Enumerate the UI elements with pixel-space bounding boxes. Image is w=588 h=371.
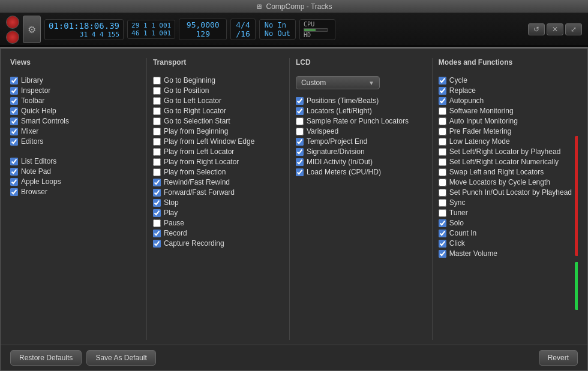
check-item[interactable]: Count In [439,229,572,237]
checkbox[interactable] [10,77,18,85]
check-item[interactable]: Locators (Left/Right) [296,107,426,115]
check-item[interactable]: MIDI Activity (In/Out) [296,158,426,166]
record-button[interactable] [6,31,19,44]
checkbox[interactable] [153,77,161,85]
expand-button[interactable]: ⤢ [565,23,582,35]
check-item[interactable]: Go to Position [153,86,283,95]
checkbox[interactable] [296,97,304,105]
checkbox[interactable] [10,158,18,165]
checkbox[interactable] [153,230,161,237]
checkbox[interactable] [10,107,18,115]
checkbox[interactable] [439,189,446,197]
check-item[interactable]: Quick Help [10,107,140,115]
checkbox[interactable] [439,97,446,105]
checkbox[interactable] [439,219,446,227]
check-item[interactable]: Smart Controls [10,117,140,125]
checkbox[interactable] [10,128,18,135]
check-item[interactable]: Sample Rate or Punch Locators [296,117,426,125]
checkbox[interactable] [296,128,304,135]
checkbox[interactable] [10,87,18,95]
check-item[interactable]: Editors [10,137,140,146]
check-item[interactable]: Move Locators by Cycle Length [439,178,572,186]
check-item[interactable]: Positions (Time/Beats) [296,96,426,105]
check-item[interactable]: Tuner [439,209,572,217]
checkbox[interactable] [439,158,446,166]
checkbox[interactable] [439,128,446,135]
checkbox[interactable] [10,188,18,196]
checkbox[interactable] [296,158,304,166]
check-item[interactable]: Stop [153,198,283,207]
check-item[interactable]: Pause [153,219,283,227]
check-item[interactable]: Go to Left Locator [153,96,283,105]
check-item[interactable]: Cycle [439,76,572,85]
cycle-button[interactable]: ↺ [528,23,545,35]
check-item[interactable]: Swap Left and Right Locators [439,168,572,176]
checkbox[interactable] [153,128,161,135]
check-item[interactable]: Low Latency Mode [439,137,572,146]
check-item[interactable]: Sync [439,198,572,207]
checkbox[interactable] [439,77,446,85]
checkbox[interactable] [153,148,161,156]
check-item[interactable]: Apple Loops [10,177,140,186]
check-item[interactable]: Tempo/Project End [296,137,426,146]
checkbox[interactable] [153,158,161,166]
checkbox[interactable] [153,107,161,115]
revert-button[interactable]: Revert [539,350,578,366]
check-item[interactable]: Load Meters (CPU/HD) [296,168,426,176]
checkbox[interactable] [296,117,304,125]
checkbox[interactable] [153,138,161,146]
checkbox[interactable] [439,117,446,125]
check-item[interactable]: Autopunch [439,96,572,105]
check-item[interactable]: Go to Right Locator [153,107,283,115]
checkbox[interactable] [10,117,18,125]
checkbox[interactable] [153,179,161,186]
check-item[interactable]: Software Monitoring [439,107,572,115]
checkbox[interactable] [296,168,304,176]
checkbox[interactable] [439,179,446,186]
check-item[interactable]: Inspector [10,86,140,95]
check-item[interactable]: Set Left/Right Locator by Playhead [439,147,572,156]
checkbox[interactable] [296,107,304,115]
checkbox[interactable] [439,209,446,217]
checkbox[interactable] [153,117,161,125]
check-item[interactable]: Set Punch In/Out Locator by Playhead [439,188,572,197]
checkbox[interactable] [10,138,18,146]
restore-defaults-button[interactable]: Restore Defaults [10,350,82,366]
check-item[interactable]: Go to Beginning [153,76,283,85]
checkbox[interactable] [439,199,446,207]
check-item[interactable]: Browser [10,188,140,196]
checkbox[interactable] [439,138,446,146]
check-item[interactable]: Library [10,76,140,85]
check-item[interactable]: Pre Fader Metering [439,127,572,135]
check-item[interactable]: Varispeed [296,127,426,135]
gear-button[interactable]: ⚙ [23,16,41,43]
checkbox[interactable] [439,230,446,237]
lcd-dropdown[interactable]: Custom ▼ [296,76,380,89]
check-item[interactable]: Replace [439,86,572,95]
check-item[interactable]: Set Left/Right Locator Numerically [439,158,572,166]
checkbox[interactable] [153,189,161,197]
checkbox[interactable] [296,138,304,146]
check-item[interactable]: Note Pad [10,167,140,176]
check-item[interactable]: Play [153,209,283,217]
check-item[interactable]: Record [153,229,283,237]
checkbox[interactable] [153,97,161,105]
skip-button[interactable]: ✕ [547,23,563,35]
check-item[interactable]: Forward/Fast Forward [153,188,283,197]
check-item[interactable]: Master Volume [439,249,572,258]
checkbox[interactable] [439,87,446,95]
check-item[interactable]: Go to Selection Start [153,117,283,125]
check-item[interactable]: Play from Beginning [153,127,283,135]
check-item[interactable]: Capture Recording [153,239,283,248]
check-item[interactable]: Play from Selection [153,168,283,176]
checkbox[interactable] [439,168,446,176]
checkbox[interactable] [153,199,161,207]
check-item[interactable]: Play from Left Window Edge [153,137,283,146]
check-item[interactable]: List Editors [10,157,140,165]
checkbox[interactable] [10,178,18,186]
check-item[interactable]: Play from Left Locator [153,147,283,156]
stop-button[interactable] [6,16,19,29]
check-item[interactable]: Toolbar [10,96,140,105]
checkbox[interactable] [439,240,446,248]
check-item[interactable]: Mixer [10,127,140,135]
